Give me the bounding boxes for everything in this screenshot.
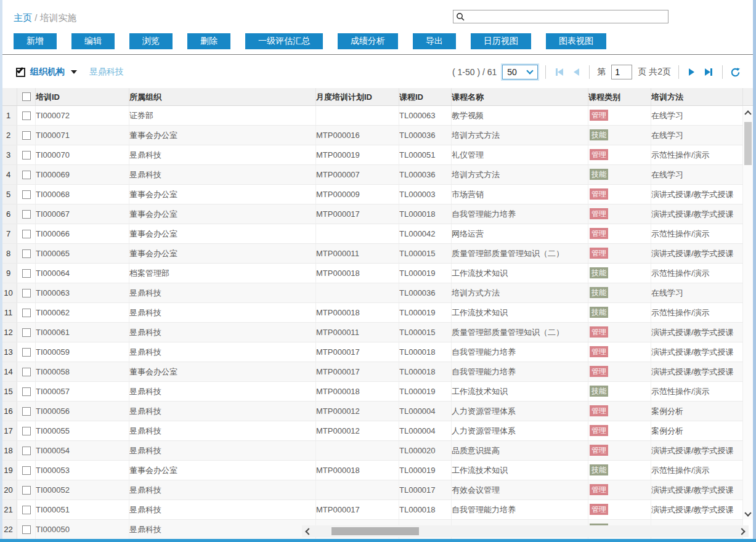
row-checkbox[interactable]: [22, 387, 31, 396]
header-training-method[interactable]: 培训方法: [651, 88, 743, 105]
chevron-up-icon: [744, 110, 751, 117]
checkmark-icon: [17, 66, 23, 73]
table-row[interactable]: 12TI000061昱鼎科技MTP000011TL000015质量管理部质量管理…: [0, 323, 743, 342]
breadcrumb-home-link[interactable]: 主页: [14, 12, 32, 23]
row-checkbox[interactable]: [22, 269, 31, 278]
page-size-select[interactable]: 50: [502, 65, 538, 79]
table-row[interactable]: 13TI000059昱鼎科技MTP000017TL000018自我管理能力培养管…: [0, 342, 743, 362]
search-input[interactable]: [467, 11, 668, 22]
row-checkbox[interactable]: [22, 309, 31, 317]
row-checkbox[interactable]: [22, 289, 31, 297]
row-checkbox[interactable]: [22, 407, 31, 416]
row-checkbox[interactable]: [22, 466, 31, 475]
last-page-button[interactable]: [702, 68, 715, 76]
table-row[interactable]: 19TI000053董事会办公室MTP000018TL000019工作流技术知识…: [0, 461, 743, 480]
header-course-id[interactable]: 课程ID: [399, 88, 452, 105]
scroll-down-button[interactable]: [743, 509, 753, 520]
scroll-up-button[interactable]: [743, 107, 753, 118]
horizontal-scrollbar[interactable]: [302, 525, 749, 537]
table-row[interactable]: 16TI000056昱鼎科技MTP000012TL000004人力资源管理体系管…: [0, 402, 743, 421]
table-row[interactable]: 9TI000064档案管理部MTP000018TL000019工作流技术知识技能…: [0, 264, 743, 283]
row-checkbox-cell: [17, 500, 36, 519]
table-row[interactable]: 11TI000062昱鼎科技MTP000018TL000019工作流技术知识技能…: [0, 303, 743, 323]
chevron-down-icon[interactable]: [71, 70, 77, 74]
row-checkbox-cell: [17, 402, 36, 421]
row-number: 15: [0, 382, 17, 401]
cell-course-id: TL000018: [399, 204, 452, 224]
table-row[interactable]: 5TI000068董事会办公室MTP000009TL000003市场营销管理演讲…: [0, 185, 743, 204]
header-org[interactable]: 所属组织: [129, 88, 316, 105]
cell-training-method: 示范性操作/演示: [651, 264, 743, 283]
row-checkbox[interactable]: [22, 525, 31, 534]
table-row[interactable]: 20TI000052昱鼎科技TL000017有效会议管理管理演讲式授课/教学式授…: [0, 480, 743, 500]
vertical-scrollbar[interactable]: [743, 107, 753, 520]
org-filter-label[interactable]: 组织机构: [30, 67, 65, 78]
scroll-right-button[interactable]: [738, 525, 749, 537]
table-row[interactable]: 8TI000065董事会办公室MTP000011TL000015质量管理部质量管…: [0, 244, 743, 264]
row-checkbox[interactable]: [22, 328, 31, 337]
row-checkbox[interactable]: [22, 230, 31, 238]
row-checkbox[interactable]: [22, 171, 31, 179]
chart-view-button[interactable]: 图表视图: [546, 33, 606, 49]
org-filter-checkbox[interactable]: [16, 68, 25, 77]
current-page-input[interactable]: [611, 65, 632, 79]
org-filter-value[interactable]: 昱鼎科技: [89, 67, 124, 78]
table-row[interactable]: 4TI000069昱鼎科技MTP000007TL000036培训方式方法技能在线…: [0, 165, 743, 185]
header-monthly-plan-id[interactable]: 月度培训计划ID: [316, 88, 399, 105]
score-analysis-button[interactable]: 成绩分析: [338, 33, 398, 49]
cell-org: 昱鼎科技: [129, 165, 316, 184]
refresh-button[interactable]: [730, 67, 741, 78]
row-checkbox[interactable]: [22, 111, 31, 120]
search-box[interactable]: [453, 10, 669, 23]
vertical-scroll-thumb[interactable]: [744, 122, 752, 165]
refresh-icon: [730, 67, 741, 78]
row-checkbox[interactable]: [22, 249, 31, 258]
view-button[interactable]: 浏览: [129, 33, 173, 49]
row-checkbox-cell: [17, 421, 36, 440]
cell-org: 董事会办公室: [129, 362, 316, 381]
table-row[interactable]: 21TI000051昱鼎科技MTP000017TL000018自我管理能力培养管…: [0, 500, 743, 520]
scroll-left-button[interactable]: [302, 525, 313, 537]
cell-course-category: 管理: [588, 106, 651, 125]
delete-button[interactable]: 删除: [187, 33, 230, 49]
table-row[interactable]: 6TI000067董事会办公室MTP000017TL000018自我管理能力培养…: [0, 204, 743, 224]
table-row[interactable]: 2TI000071董事会办公室MTP000016TL000036培训方式方法技能…: [0, 126, 743, 145]
export-button[interactable]: 导出: [413, 33, 456, 49]
table-row[interactable]: 10TI000063昱鼎科技TL000036培训方式方法技能在线学习: [0, 283, 743, 303]
row-checkbox[interactable]: [22, 447, 31, 455]
table-row[interactable]: 7TI000066董事会办公室TL000042网络运营管理示范性操作/演示: [0, 224, 743, 244]
row-number: 18: [0, 441, 17, 460]
row-checkbox[interactable]: [22, 210, 31, 219]
prev-page-button[interactable]: [571, 68, 582, 76]
table-row[interactable]: 3TI000070昱鼎科技MTP000019TL000051礼仪管理管理示范性操…: [0, 145, 743, 165]
table-row[interactable]: 14TI000058董事会办公室MTP000017TL000018自我管理能力培…: [0, 362, 743, 382]
row-checkbox[interactable]: [22, 486, 31, 495]
select-all-checkbox[interactable]: [22, 92, 31, 101]
table-row[interactable]: 1TI000072证券部TL000063教学视频管理在线学习: [0, 106, 743, 126]
row-number: 3: [0, 145, 17, 164]
row-number: 8: [0, 244, 17, 263]
row-checkbox[interactable]: [22, 427, 31, 435]
first-page-button[interactable]: [553, 68, 566, 76]
header-training-id[interactable]: 培训ID: [36, 88, 129, 105]
calendar-view-button[interactable]: 日历视图: [471, 33, 531, 49]
next-page-button[interactable]: [686, 68, 697, 76]
table-row[interactable]: 18TI000054昱鼎科技TL000020品质意识提高管理演讲式授课/教学式授…: [0, 441, 743, 461]
row-checkbox[interactable]: [22, 348, 31, 357]
cell-training-method: 在线学习: [651, 126, 743, 145]
header-course-name[interactable]: 课程名称: [452, 88, 588, 105]
row-checkbox[interactable]: [22, 190, 31, 199]
table-row[interactable]: 17TI000055昱鼎科技MTP000012TL000004人力资源管理体系管…: [0, 421, 743, 441]
edit-button[interactable]: 编辑: [71, 33, 115, 49]
row-checkbox[interactable]: [22, 506, 31, 514]
horizontal-scroll-thumb[interactable]: [331, 527, 419, 535]
row-checkbox[interactable]: [22, 368, 31, 376]
new-button[interactable]: 新增: [14, 33, 57, 49]
level1-eval-summary-button[interactable]: 一级评估汇总: [245, 33, 323, 49]
row-checkbox[interactable]: [22, 131, 31, 140]
header-course-category[interactable]: 课程类别: [588, 88, 651, 105]
cell-monthly-plan-id: MTP000018: [316, 264, 399, 283]
table-row[interactable]: 15TI000057昱鼎科技MTP000018TL000019工作流技术知识技能…: [0, 382, 743, 402]
cell-course-name: 工作流技术知识: [452, 382, 588, 401]
row-checkbox[interactable]: [22, 151, 31, 160]
